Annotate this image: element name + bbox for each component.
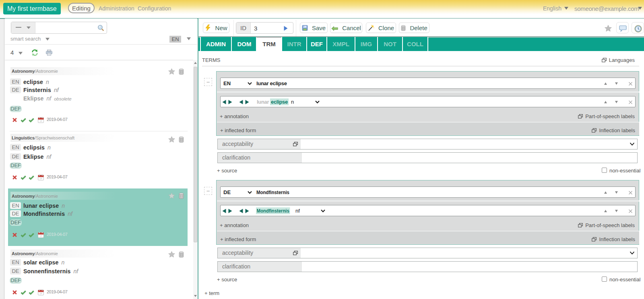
svg-text:14: 14 bbox=[40, 177, 42, 180]
svg-text:14: 14 bbox=[40, 120, 42, 122]
svg-text:14: 14 bbox=[40, 292, 42, 295]
svg-text:14: 14 bbox=[40, 235, 42, 237]
